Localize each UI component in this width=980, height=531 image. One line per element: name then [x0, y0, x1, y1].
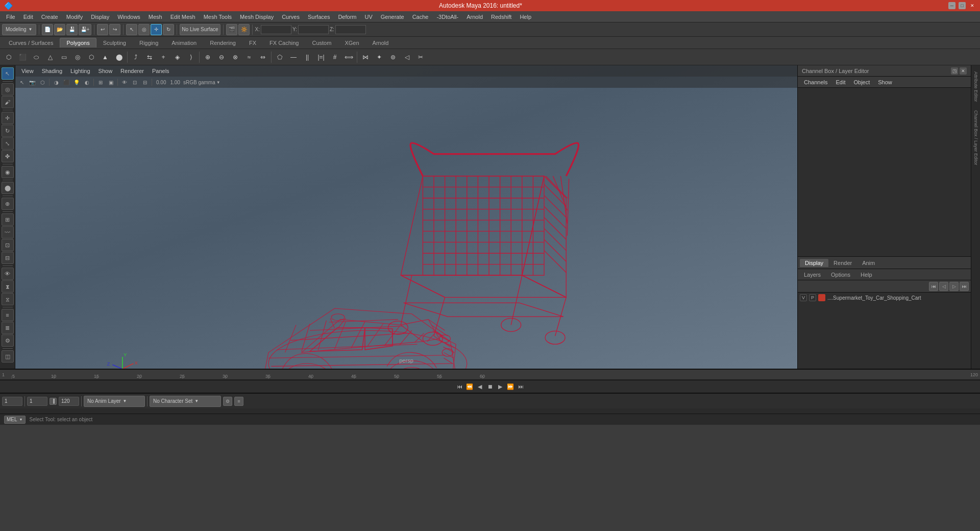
- open-scene-button[interactable]: 📂: [54, 24, 65, 35]
- vp-isolate-btn[interactable]: 👁: [120, 78, 129, 87]
- vp-select-all-btn[interactable]: ↖: [17, 78, 27, 87]
- poly-cone-btn[interactable]: △: [43, 51, 57, 64]
- attr-editor-btn[interactable]: ≣: [2, 322, 14, 334]
- menu-mesh[interactable]: Mesh: [144, 13, 166, 21]
- move-tool[interactable]: ✛: [151, 24, 162, 35]
- vp-menu-panels[interactable]: Panels: [148, 67, 174, 75]
- tool-settings-btn[interactable]: ⚙: [2, 334, 14, 347]
- tab-sculpting[interactable]: Sculpting: [96, 38, 133, 47]
- render-tab[interactable]: Render: [828, 259, 857, 267]
- render-history-btn[interactable]: ⧖: [2, 293, 14, 305]
- connect-btn[interactable]: —: [287, 51, 300, 64]
- extrude-btn[interactable]: ⤴: [129, 51, 142, 64]
- menu-file[interactable]: File: [2, 13, 19, 21]
- render-current-button[interactable]: 🎬: [226, 24, 237, 35]
- lasso-tool[interactable]: ◎: [138, 24, 150, 35]
- ch-menu-object[interactable]: Object: [849, 78, 874, 86]
- vp-shading-btn[interactable]: ◑: [52, 78, 61, 87]
- bridge-btn[interactable]: ⇆: [143, 51, 156, 64]
- anim-layer-dropdown[interactable]: No Anim Layer ▼: [84, 396, 145, 407]
- y-input[interactable]: [298, 25, 329, 34]
- tab-curves-surfaces[interactable]: Curves / Surfaces: [2, 38, 60, 47]
- save-scene-button[interactable]: 💾: [66, 24, 78, 35]
- menu-curves[interactable]: Curves: [278, 13, 304, 21]
- snap-point-btn[interactable]: ⊡: [2, 239, 14, 251]
- menu-arnold[interactable]: Arnold: [462, 13, 487, 21]
- prefs-btn[interactable]: ⚙: [223, 397, 232, 406]
- menu-display[interactable]: Display: [87, 13, 113, 21]
- lasso-mode-btn[interactable]: ◎: [2, 83, 14, 95]
- vp-gate-btn[interactable]: ⊟: [140, 78, 150, 87]
- layer-prev-btn[interactable]: ◁: [939, 282, 948, 291]
- lm-layers[interactable]: Layers: [800, 271, 825, 279]
- select-mode-btn[interactable]: ↖: [2, 67, 14, 80]
- display-tab[interactable]: Display: [800, 259, 828, 267]
- play-fwd-btn[interactable]: ▶: [495, 382, 505, 391]
- tab-fx[interactable]: FX: [242, 38, 263, 47]
- menu-cache[interactable]: Cache: [408, 13, 433, 21]
- go-to-start-btn[interactable]: ⏮: [454, 382, 464, 391]
- script-mode-dropdown[interactable]: MEL ▼: [4, 416, 26, 424]
- append-poly-btn[interactable]: +: [157, 51, 170, 64]
- vp-menu-lighting[interactable]: Lighting: [66, 67, 94, 75]
- stop-btn[interactable]: ⏹: [485, 382, 495, 391]
- add-divisions-btn[interactable]: #: [328, 51, 341, 64]
- isolate-select-btn[interactable]: 👁: [2, 268, 14, 280]
- separate-btn[interactable]: ⊖: [215, 51, 228, 64]
- play-back-btn[interactable]: ◀: [475, 382, 485, 391]
- tab-polygons[interactable]: Polygons: [60, 38, 96, 47]
- menu-windows[interactable]: Windows: [113, 13, 144, 21]
- close-button[interactable]: ✕: [969, 2, 976, 9]
- menu-deform[interactable]: Deform: [334, 13, 360, 21]
- vp-shadows-btn[interactable]: ◐: [82, 78, 91, 87]
- layer-visibility-v[interactable]: V: [800, 294, 807, 301]
- menu-help[interactable]: Help: [516, 13, 535, 21]
- ch-menu-show[interactable]: Show: [874, 78, 896, 86]
- redo-button[interactable]: ↪: [109, 24, 120, 35]
- x-input[interactable]: [261, 25, 291, 34]
- vp-menu-renderer[interactable]: Renderer: [116, 67, 148, 75]
- soft-select-btn[interactable]: ◉: [2, 166, 14, 178]
- vp-grid-btn[interactable]: ⊞: [96, 78, 105, 87]
- ch-menu-edit[interactable]: Edit: [831, 78, 849, 86]
- menu-edit[interactable]: Edit: [19, 13, 37, 21]
- char-set-dropdown[interactable]: No Character Set ▼: [150, 396, 221, 407]
- anim-tab[interactable]: Anim: [857, 259, 880, 267]
- vp-menu-view[interactable]: View: [17, 67, 38, 75]
- display-prefs-btn[interactable]: ◫: [2, 350, 14, 363]
- viewport[interactable]: View Shading Lighting Show Renderer Pane…: [15, 65, 797, 369]
- snap-curve-btn[interactable]: 〰: [2, 226, 14, 238]
- step-fwd-btn[interactable]: ⏩: [505, 382, 516, 391]
- target-weld-btn[interactable]: ⊚: [386, 51, 400, 64]
- show-manipulator-btn[interactable]: ⊕: [2, 198, 14, 210]
- rotate-tool[interactable]: ↻: [163, 24, 174, 35]
- no-live-surface-btn[interactable]: No Live Surface: [180, 24, 220, 35]
- snap-view-plane-btn[interactable]: ⊟: [2, 252, 14, 264]
- tab-fx-caching[interactable]: FX Caching: [263, 38, 305, 47]
- range-start-input[interactable]: [27, 397, 47, 406]
- transform-mode-btn[interactable]: ✤: [2, 150, 14, 162]
- z-input[interactable]: [335, 25, 366, 34]
- move-mode-btn[interactable]: ✛: [2, 112, 14, 124]
- poly-pipe-btn[interactable]: ⬤: [112, 51, 126, 64]
- tab-rendering[interactable]: Rendering: [203, 38, 242, 47]
- smooth-btn[interactable]: ≈: [242, 51, 256, 64]
- undo-button[interactable]: ↩: [97, 24, 108, 35]
- poly-plane-btn[interactable]: ▭: [57, 51, 70, 64]
- channel-box-tab[interactable]: Channel Box / Layer Editor: [972, 106, 979, 170]
- menu-redshift[interactable]: Redshift: [487, 13, 516, 21]
- poly-pyramid-btn[interactable]: ▲: [99, 51, 112, 64]
- poly-cylinder-btn[interactable]: ⬭: [30, 51, 43, 64]
- ch-menu-channels[interactable]: Channels: [800, 78, 831, 86]
- poly-prism-btn[interactable]: ⬡: [85, 51, 98, 64]
- select-tool[interactable]: ↖: [126, 24, 137, 35]
- tab-custom[interactable]: Custom: [306, 38, 338, 47]
- sculpt-tool-btn[interactable]: ⬤: [2, 182, 14, 194]
- maximize-button[interactable]: □: [959, 2, 966, 9]
- step-back-btn[interactable]: ⏪: [464, 382, 475, 391]
- tab-rigging[interactable]: Rigging: [133, 38, 165, 47]
- layer-visibility-p[interactable]: P: [809, 294, 816, 301]
- current-frame-input[interactable]: [2, 397, 22, 406]
- layer-fwd-btn[interactable]: ⏭: [960, 282, 969, 291]
- insert-edge-loop-btn[interactable]: ||: [301, 51, 314, 64]
